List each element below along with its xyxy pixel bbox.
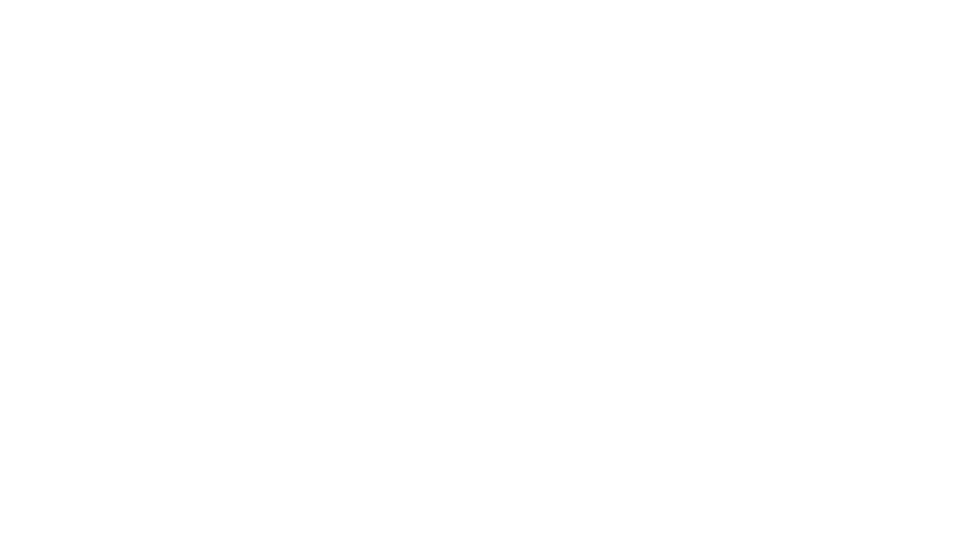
chart-container xyxy=(0,0,980,553)
udp6-performance-chart xyxy=(0,0,980,553)
